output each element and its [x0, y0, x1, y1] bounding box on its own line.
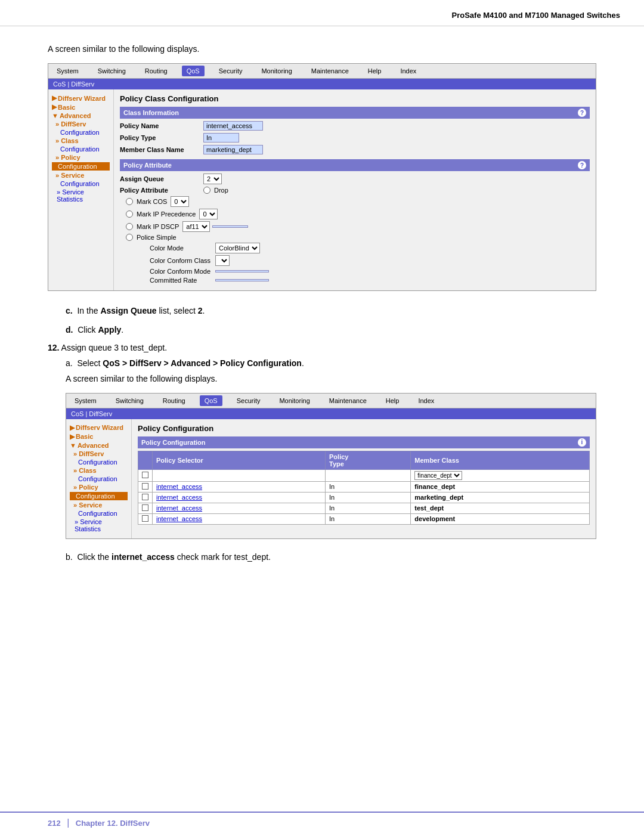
- sidebar-basic-1[interactable]: ▶ Basic: [52, 103, 110, 111]
- info-icon-3: i: [578, 438, 586, 447]
- radio-mark-ip-prec[interactable]: [126, 210, 133, 218]
- sidebar-diffserv-sub-1[interactable]: » DiffServ: [52, 120, 110, 128]
- nav-index-2[interactable]: Index: [413, 395, 439, 406]
- checkbox-new[interactable]: [138, 469, 153, 481]
- sidebar-class-config-2[interactable]: Configuration: [70, 475, 128, 482]
- instruction-d: d. Click Apply.: [66, 323, 596, 336]
- nav-monitoring-2[interactable]: Monitoring: [274, 395, 314, 406]
- selector-2[interactable]: internet_access: [153, 503, 326, 513]
- nav-switching-1[interactable]: Switching: [93, 66, 131, 76]
- nav-qos-1[interactable]: QoS: [182, 66, 205, 76]
- committed-rate-input[interactable]: [215, 279, 269, 281]
- sidebar-class-sub-1[interactable]: » Class: [52, 137, 110, 144]
- step-a: a. Select QoS > DiffServ > Advanced > Po…: [66, 358, 596, 368]
- color-mode-select[interactable]: ColorBlind: [215, 243, 260, 253]
- sidebar-class-config-1[interactable]: Configuration: [52, 145, 110, 153]
- policy-name-input[interactable]: internet_access: [203, 121, 263, 131]
- nav-bar-2: System Switching Routing QoS Security Mo…: [66, 394, 596, 408]
- nav-system-2[interactable]: System: [70, 395, 101, 406]
- mark-ip-prec-select[interactable]: 0: [199, 209, 218, 219]
- policy-attr-label-row: Policy Attribute Drop: [120, 187, 590, 194]
- member-class-input[interactable]: marketing_dept: [203, 145, 263, 154]
- table-header-row: Policy Selector PolicyType Member Class: [138, 451, 590, 469]
- screenshot-2: System Switching Routing QoS Security Mo…: [66, 393, 596, 539]
- radio-police-simple[interactable]: [126, 234, 133, 241]
- sidebar-diffserv-config-2[interactable]: Configuration: [70, 459, 128, 466]
- mark-ip-dscp-row: Mark IP DSCP af11: [120, 221, 590, 232]
- nav-monitoring-1[interactable]: Monitoring: [256, 66, 296, 76]
- selector-0[interactable]: internet_access: [153, 481, 326, 492]
- page-content: A screen similar to the following displa…: [0, 26, 644, 592]
- dscp-value-input[interactable]: [212, 225, 248, 228]
- sidebar-policy-sub-2[interactable]: » Policy: [70, 484, 128, 491]
- member-class-row: Member Class Name marketing_dept: [120, 145, 590, 154]
- sidebar-diffserv-config-1[interactable]: Configuration: [52, 129, 110, 136]
- info-icon-2: ?: [578, 161, 586, 169]
- sidebar-class-sub-2[interactable]: » Class: [70, 467, 128, 474]
- checkbox-3[interactable]: [138, 513, 153, 524]
- checkbox-2[interactable]: [138, 503, 153, 513]
- checkbox-1[interactable]: [138, 492, 153, 503]
- nav-security-2[interactable]: Security: [232, 395, 265, 406]
- sidebar-advanced-2[interactable]: ▼ Advanced: [70, 442, 128, 449]
- sidebar-diffserv-sub-2[interactable]: » DiffServ: [70, 450, 128, 457]
- mark-cos-row: Mark COS 0: [120, 196, 590, 207]
- screenshot-body-1: ▶ Diffserv Wizard ▶ Basic ▼ Advanced » D…: [48, 89, 596, 290]
- nav-routing-2[interactable]: Routing: [158, 395, 190, 406]
- page-header: ProSafe M4100 and M7100 Managed Switches: [0, 0, 644, 26]
- sidebar-policy-config-2[interactable]: Configuration: [70, 492, 128, 500]
- nav-qos-2[interactable]: QoS: [200, 395, 222, 406]
- sidebar-basic-2[interactable]: ▶ Basic: [70, 433, 128, 441]
- nav-system-1[interactable]: System: [52, 66, 83, 76]
- table-row-2: internet_access In test_dept: [138, 503, 590, 513]
- member-3: development: [411, 513, 590, 524]
- radio-drop[interactable]: [203, 187, 210, 194]
- selector-1[interactable]: internet_access: [153, 492, 326, 503]
- selector-3[interactable]: internet_access: [153, 513, 326, 524]
- table-row-new: finance_dept: [138, 469, 590, 481]
- step-12: 12. Assign queue 3 to test_dept.: [48, 343, 596, 352]
- sidebar-advanced-1[interactable]: ▼ Advanced: [52, 112, 110, 119]
- instruction-c: c. In the Assign Queue list, select 2.: [66, 304, 596, 317]
- policy-name-row: Policy Name internet_access: [120, 121, 590, 131]
- sidebar-policy-config-1[interactable]: Configuration: [52, 162, 110, 171]
- sidebar-service-sub-2[interactable]: » Service: [70, 501, 128, 509]
- nav-routing-1[interactable]: Routing: [140, 66, 172, 76]
- sidebar-service-sub-1[interactable]: » Service: [52, 172, 110, 179]
- col-policy-selector: Policy Selector: [153, 451, 326, 469]
- mark-cos-select[interactable]: 0: [171, 196, 189, 207]
- radio-mark-cos[interactable]: [126, 198, 133, 205]
- sidebar-policy-sub-1[interactable]: » Policy: [52, 154, 110, 161]
- sidebar-diffserv-wizard-1[interactable]: ▶ Diffserv Wizard: [52, 94, 110, 102]
- assign-queue-select[interactable]: 2 0 1 3: [203, 174, 222, 184]
- radio-mark-ip-dscp[interactable]: [126, 223, 133, 230]
- footer-sep: |: [64, 817, 72, 828]
- policy-type-input[interactable]: In: [203, 133, 239, 143]
- table-row-1: internet_access In marketing_dept: [138, 492, 590, 503]
- sidebar-diffserv-wizard-2[interactable]: ▶ Diffserv Wizard: [70, 424, 128, 432]
- sidebar-service-config-2[interactable]: Configuration: [70, 510, 128, 517]
- nav-help-2[interactable]: Help: [381, 395, 404, 406]
- checkbox-0[interactable]: [138, 481, 153, 492]
- color-conform-class-row: Color Conform Class: [120, 255, 590, 266]
- color-conform-mode-input[interactable]: [215, 270, 269, 272]
- intro-text-1: A screen similar to the following displa…: [48, 44, 596, 54]
- sidebar-service-stats-1[interactable]: » Service Statistics: [52, 188, 110, 203]
- mark-ip-dscp-select[interactable]: af11: [182, 221, 210, 232]
- nav-security-1[interactable]: Security: [214, 66, 247, 76]
- screenshot-1: System Switching Routing QoS Security Mo…: [48, 63, 596, 291]
- sidebar-2: ▶ Diffserv Wizard ▶ Basic ▼ Advanced » D…: [66, 419, 132, 538]
- sidebar-service-stats-2[interactable]: » Service Statistics: [70, 518, 128, 532]
- nav-maintenance-2[interactable]: Maintenance: [324, 395, 371, 406]
- color-conform-class-select[interactable]: [215, 255, 230, 266]
- nav-maintenance-1[interactable]: Maintenance: [306, 66, 354, 76]
- nav-switching-2[interactable]: Switching: [111, 395, 148, 406]
- policy-attr-header: Policy Attribute ?: [120, 159, 590, 171]
- nav-help-1[interactable]: Help: [363, 66, 386, 76]
- main-panel-2: Policy Configuration Policy Configuratio…: [132, 419, 596, 538]
- nav-index-1[interactable]: Index: [395, 66, 421, 76]
- sidebar-service-config-1[interactable]: Configuration: [52, 180, 110, 187]
- screenshot-body-2: ▶ Diffserv Wizard ▶ Basic ▼ Advanced » D…: [66, 419, 596, 538]
- footer-chapter: Chapter 12. DiffServ: [76, 819, 150, 828]
- member-new[interactable]: finance_dept: [411, 469, 590, 481]
